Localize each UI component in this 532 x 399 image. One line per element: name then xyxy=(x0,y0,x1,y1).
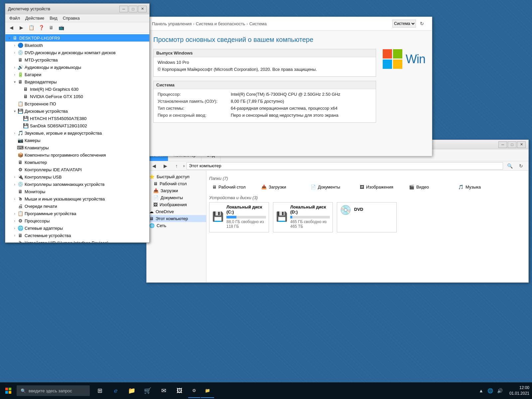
battery-row[interactable]: › 🔋 Батареи xyxy=(5,71,149,78)
edge-browser-button[interactable]: ℯ xyxy=(108,382,123,399)
audio-toggle[interactable]: › xyxy=(12,65,17,70)
keyboards-row[interactable]: ⌨ Клавиатуры xyxy=(5,144,149,151)
disks-toggle[interactable]: ▾ xyxy=(12,108,17,114)
close-button[interactable]: ✕ xyxy=(138,6,147,12)
store-button[interactable]: 🛒 xyxy=(140,382,155,399)
menu-view[interactable]: Вид xyxy=(47,15,60,21)
tray-clock[interactable]: 12:00 01.01.2021 xyxy=(507,385,532,396)
tray-network[interactable]: 🌐 xyxy=(486,387,494,395)
nvidia-gpu-row[interactable]: 🖥 NVIDIA GeForce GTX 1050 xyxy=(5,93,149,100)
sidebar-item-desktop[interactable]: 🖥 Рабочий стол xyxy=(147,180,206,187)
storage-row[interactable]: › 💿 Контроллеры запоминающих устройств xyxy=(5,181,149,188)
monitors-row[interactable]: 🖥 Мониторы xyxy=(5,188,149,195)
breadcrumb-dropdown[interactable]: Система xyxy=(392,20,416,28)
computer-item-row[interactable]: 🖥 Компьютер xyxy=(5,159,149,166)
maximize-button[interactable]: □ xyxy=(129,6,137,12)
sidebar-item-pictures[interactable]: 🖼 Изображения xyxy=(147,201,206,208)
monitor-button[interactable]: 📺 xyxy=(57,24,66,32)
minimize-button[interactable]: ─ xyxy=(119,6,128,12)
tray-arrow[interactable]: ▲ xyxy=(477,387,485,395)
drive-c[interactable]: 💾 Локальный диск (C:) 88,0 ГБ свободно и… xyxy=(209,202,269,232)
menu-action[interactable]: Действие xyxy=(23,15,47,21)
sysdev-row[interactable]: › 🖥 Системные устройства xyxy=(5,232,149,239)
fe-up-button[interactable]: ↑ xyxy=(172,162,181,170)
drive-d[interactable]: 💾 Локальный диск (D:) 465 ГБ свободно из… xyxy=(273,202,333,232)
fe-close-button[interactable]: ✕ xyxy=(517,141,526,148)
tree-toggle-computer[interactable]: ▾ xyxy=(7,35,12,41)
task-view-button[interactable]: ⊞ xyxy=(92,382,107,399)
menu-file[interactable]: Файл xyxy=(7,15,23,21)
hid-toggle[interactable]: › xyxy=(12,240,17,242)
softdev-row[interactable]: › 📋 Программные устройства xyxy=(5,210,149,217)
sidebar-item-quickaccess[interactable]: ⭐ Быстрый доступ xyxy=(147,173,206,180)
fe-forward-button[interactable]: ▶ xyxy=(161,162,170,170)
taskbar-task-devmgr[interactable]: ⚙ xyxy=(188,383,200,398)
sidebar-item-onedrive[interactable]: ☁ OneDrive xyxy=(147,208,206,215)
fe-maximize-button[interactable]: □ xyxy=(508,141,516,148)
properties-button[interactable]: 📋 xyxy=(27,24,36,32)
hitachi-row[interactable]: 💾 HITACHI HTS545050A7E380 xyxy=(5,115,149,122)
video-row[interactable]: ▾ 🖥 Видеоадаптеры xyxy=(5,78,149,85)
refresh-button[interactable]: ↻ xyxy=(417,20,427,28)
bluetooth-row[interactable]: › 🔵 Bluetooth xyxy=(5,42,149,49)
dvd-toggle[interactable]: › xyxy=(12,50,17,55)
taskbar-search-box[interactable]: 🔍 введите здесь запрос xyxy=(17,385,90,396)
sysdev-toggle[interactable]: › xyxy=(12,233,17,238)
sandisk-row[interactable]: 💾 SanDisk SD8SNAT128G1002 xyxy=(5,122,149,129)
folder-music[interactable]: 🎵 Музыка xyxy=(455,183,502,191)
processors-toggle[interactable]: › xyxy=(12,218,17,223)
network-row[interactable]: › 🌐 Сетевые адаптеры xyxy=(5,224,149,232)
sidebar-item-thispc[interactable]: 🖥 Этот компьютер xyxy=(147,215,206,222)
folder-videos[interactable]: 🎬 Видео xyxy=(406,183,453,191)
processors-row[interactable]: › ⚙ Процессоры xyxy=(5,217,149,224)
audio-row[interactable]: › 🔊 Аудиовходы и аудиовыходы xyxy=(5,64,149,71)
sidebar-item-downloads[interactable]: 📥 Загрузки xyxy=(147,187,206,194)
battery-toggle[interactable]: › xyxy=(12,72,17,77)
mice-row[interactable]: › 🖱 Мыши и иные указывающие устройства xyxy=(5,195,149,202)
start-button[interactable] xyxy=(0,382,17,399)
sound-row[interactable]: › 🎵 Звуковые, игровые и видеоустройства xyxy=(5,129,149,137)
video-toggle[interactable]: ▾ xyxy=(12,79,17,84)
tray-volume[interactable]: 🔊 xyxy=(496,387,504,395)
sidebar-item-documents[interactable]: 📄 Документы xyxy=(147,194,206,201)
cameras-row[interactable]: 📷 Камеры xyxy=(5,137,149,144)
sound-toggle[interactable]: › xyxy=(12,130,17,136)
file-explorer-taskbar-button[interactable]: 📁 xyxy=(124,382,139,399)
fe-minimize-button[interactable]: ─ xyxy=(498,141,507,148)
softdev-toggle[interactable]: › xyxy=(12,211,17,216)
print-row[interactable]: 🖨 Очереди печати xyxy=(5,202,149,210)
menu-help[interactable]: Справка xyxy=(60,15,82,21)
mice-toggle[interactable]: › xyxy=(12,196,17,201)
email-button[interactable]: ✉ xyxy=(156,382,171,399)
intel-gpu-row[interactable]: 🖥 Intel(R) HD Graphics 630 xyxy=(5,85,149,93)
folder-desktop[interactable]: 🖥 Рабочий стол xyxy=(209,183,256,191)
fe-back-button[interactable]: ◀ xyxy=(149,162,159,170)
tree-computer-row[interactable]: ▾ 🖥 DESKTOP-LH10FR9 xyxy=(5,34,149,42)
mtd-row[interactable]: 🖥 MTD-устройства xyxy=(5,56,149,64)
usb-toggle[interactable]: › xyxy=(12,174,17,180)
hid-row[interactable]: › 🖱 Устройства HID (Human Interface Devi… xyxy=(5,239,149,242)
dvd-row[interactable]: › 💿 DVD-дисководы и дисководы компакт-ди… xyxy=(5,49,149,56)
fe-address-input[interactable] xyxy=(187,162,503,170)
usb-row[interactable]: › 🔌 Контроллеры USB xyxy=(5,173,149,181)
disks-row[interactable]: ▾ 💾 Дисковые устройства xyxy=(5,107,149,115)
help-button[interactable]: ❓ xyxy=(37,24,46,32)
firmware-row[interactable]: 📋 Встроенное ПО xyxy=(5,100,149,107)
back-button[interactable]: ◀ xyxy=(7,24,16,32)
network-toggle[interactable]: › xyxy=(12,225,17,231)
folder-downloads[interactable]: 📥 Загрузки xyxy=(258,183,305,191)
folder-pictures[interactable]: 🖼 Изображения xyxy=(357,183,403,191)
scan-button[interactable]: 🖥 xyxy=(47,24,56,32)
storage-toggle[interactable]: › xyxy=(12,182,17,187)
bluetooth-toggle[interactable]: › xyxy=(12,43,17,48)
ide-row[interactable]: ⚙ Контроллеры IDE ATA/ATAPI xyxy=(5,166,149,173)
fe-search-button[interactable]: 🔍 xyxy=(505,162,514,170)
folder-documents[interactable]: 📄 Документы xyxy=(308,183,354,191)
drive-dvd[interactable]: 💿 DVD xyxy=(337,202,397,232)
forward-button[interactable]: ▶ xyxy=(17,24,26,32)
softcomp-row[interactable]: 📦 Компоненты программного обеспечения xyxy=(5,151,149,159)
photos-button[interactable]: 🖼 xyxy=(172,382,187,399)
fe-refresh-button[interactable]: ↻ xyxy=(516,162,526,170)
sidebar-item-network[interactable]: 🌐 Сеть xyxy=(147,222,206,229)
taskbar-task-explorer[interactable]: 📁 xyxy=(201,383,214,398)
